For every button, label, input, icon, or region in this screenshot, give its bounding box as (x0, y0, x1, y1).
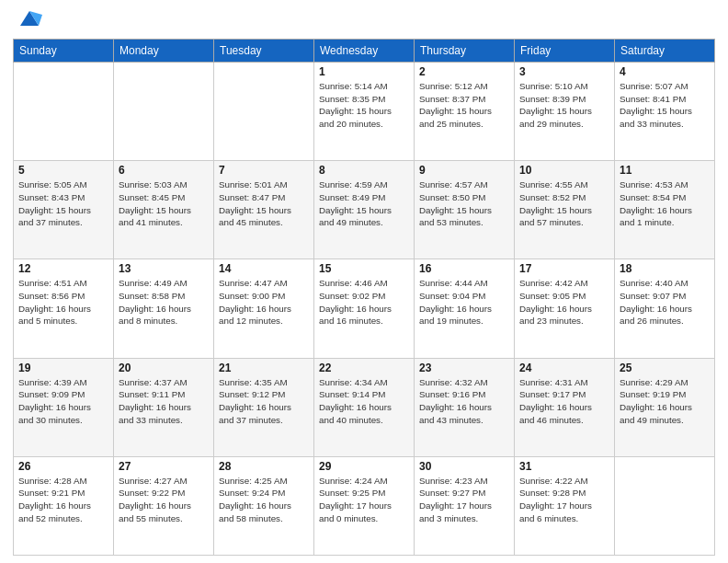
day-cell: 11Sunrise: 4:53 AM Sunset: 8:54 PM Dayli… (615, 161, 715, 259)
day-cell (214, 63, 314, 161)
day-cell: 15Sunrise: 4:46 AM Sunset: 9:02 PM Dayli… (314, 259, 415, 358)
weekday-header-tuesday: Tuesday (214, 40, 314, 63)
weekday-header-friday: Friday (515, 40, 615, 63)
day-number: 3 (519, 65, 609, 78)
day-number: 2 (419, 65, 509, 78)
day-cell: 6Sunrise: 5:03 AM Sunset: 8:45 PM Daylig… (114, 161, 214, 259)
day-number: 19 (18, 362, 108, 374)
day-info: Sunrise: 4:40 AM Sunset: 9:07 PM Dayligh… (620, 277, 710, 327)
week-row-3: 12Sunrise: 4:51 AM Sunset: 8:56 PM Dayli… (14, 259, 715, 358)
day-number: 16 (419, 262, 509, 275)
day-cell: 26Sunrise: 4:28 AM Sunset: 9:21 PM Dayli… (14, 456, 114, 555)
weekday-header-wednesday: Wednesday (314, 40, 415, 63)
day-cell: 5Sunrise: 5:05 AM Sunset: 8:43 PM Daylig… (14, 161, 114, 259)
day-info: Sunrise: 4:22 AM Sunset: 9:28 PM Dayligh… (519, 475, 609, 525)
day-number: 11 (620, 164, 710, 177)
day-info: Sunrise: 4:57 AM Sunset: 8:50 PM Dayligh… (419, 178, 509, 229)
day-number: 10 (519, 164, 609, 177)
day-info: Sunrise: 4:53 AM Sunset: 8:54 PM Dayligh… (620, 178, 710, 229)
day-info: Sunrise: 4:51 AM Sunset: 8:56 PM Dayligh… (18, 277, 108, 327)
day-number: 23 (419, 362, 509, 374)
day-cell: 20Sunrise: 4:37 AM Sunset: 9:11 PM Dayli… (114, 358, 214, 456)
day-info: Sunrise: 4:25 AM Sunset: 9:24 PM Dayligh… (219, 475, 309, 525)
day-info: Sunrise: 4:47 AM Sunset: 9:00 PM Dayligh… (219, 277, 309, 327)
logo-icon (17, 6, 42, 31)
day-cell: 25Sunrise: 4:29 AM Sunset: 9:19 PM Dayli… (615, 358, 715, 456)
day-number: 13 (119, 262, 209, 275)
day-info: Sunrise: 5:05 AM Sunset: 8:43 PM Dayligh… (18, 178, 108, 229)
day-cell: 16Sunrise: 4:44 AM Sunset: 9:04 PM Dayli… (415, 259, 515, 358)
day-number: 5 (18, 164, 108, 177)
day-number: 15 (319, 262, 409, 275)
day-number: 4 (620, 65, 710, 78)
day-info: Sunrise: 5:01 AM Sunset: 8:47 PM Dayligh… (219, 178, 309, 229)
day-number: 31 (519, 460, 609, 473)
day-info: Sunrise: 4:55 AM Sunset: 8:52 PM Dayligh… (519, 178, 609, 229)
day-cell (615, 456, 715, 555)
logo (13, 9, 42, 31)
day-number: 20 (119, 362, 209, 374)
day-cell: 30Sunrise: 4:23 AM Sunset: 9:27 PM Dayli… (415, 456, 515, 555)
week-row-5: 26Sunrise: 4:28 AM Sunset: 9:21 PM Dayli… (14, 456, 715, 555)
day-number: 7 (219, 164, 309, 177)
day-number: 21 (219, 362, 309, 374)
day-number: 8 (319, 164, 409, 177)
day-number: 26 (18, 460, 108, 473)
day-info: Sunrise: 5:12 AM Sunset: 8:37 PM Dayligh… (419, 80, 509, 131)
day-info: Sunrise: 4:31 AM Sunset: 9:17 PM Dayligh… (519, 376, 609, 427)
day-cell: 12Sunrise: 4:51 AM Sunset: 8:56 PM Dayli… (14, 259, 114, 358)
day-cell: 24Sunrise: 4:31 AM Sunset: 9:17 PM Dayli… (515, 358, 615, 456)
day-info: Sunrise: 4:28 AM Sunset: 9:21 PM Dayligh… (18, 475, 108, 525)
header (13, 9, 715, 31)
weekday-header-monday: Monday (114, 40, 214, 63)
day-number: 22 (319, 362, 409, 374)
day-info: Sunrise: 4:49 AM Sunset: 8:58 PM Dayligh… (119, 277, 209, 327)
day-number: 27 (119, 460, 209, 473)
day-cell: 14Sunrise: 4:47 AM Sunset: 9:00 PM Dayli… (214, 259, 314, 358)
day-cell: 9Sunrise: 4:57 AM Sunset: 8:50 PM Daylig… (415, 161, 515, 259)
day-info: Sunrise: 4:29 AM Sunset: 9:19 PM Dayligh… (620, 376, 710, 427)
day-info: Sunrise: 4:24 AM Sunset: 9:25 PM Dayligh… (319, 475, 409, 525)
day-cell: 28Sunrise: 4:25 AM Sunset: 9:24 PM Dayli… (214, 456, 314, 555)
day-cell: 19Sunrise: 4:39 AM Sunset: 9:09 PM Dayli… (14, 358, 114, 456)
day-cell: 22Sunrise: 4:34 AM Sunset: 9:14 PM Dayli… (314, 358, 415, 456)
day-info: Sunrise: 4:37 AM Sunset: 9:11 PM Dayligh… (119, 376, 209, 427)
day-info: Sunrise: 4:46 AM Sunset: 9:02 PM Dayligh… (319, 277, 409, 327)
day-info: Sunrise: 4:42 AM Sunset: 9:05 PM Dayligh… (519, 277, 609, 327)
weekday-header-saturday: Saturday (615, 40, 715, 63)
day-cell: 17Sunrise: 4:42 AM Sunset: 9:05 PM Dayli… (515, 259, 615, 358)
day-cell: 2Sunrise: 5:12 AM Sunset: 8:37 PM Daylig… (415, 63, 515, 161)
day-number: 24 (519, 362, 609, 374)
day-cell: 29Sunrise: 4:24 AM Sunset: 9:25 PM Dayli… (314, 456, 415, 555)
day-info: Sunrise: 4:23 AM Sunset: 9:27 PM Dayligh… (419, 475, 509, 525)
day-cell (14, 63, 114, 161)
day-cell: 23Sunrise: 4:32 AM Sunset: 9:16 PM Dayli… (415, 358, 515, 456)
day-cell: 1Sunrise: 5:14 AM Sunset: 8:35 PM Daylig… (314, 63, 415, 161)
day-cell: 18Sunrise: 4:40 AM Sunset: 9:07 PM Dayli… (615, 259, 715, 358)
day-number: 28 (219, 460, 309, 473)
day-cell: 21Sunrise: 4:35 AM Sunset: 9:12 PM Dayli… (214, 358, 314, 456)
day-number: 6 (119, 164, 209, 177)
day-cell: 31Sunrise: 4:22 AM Sunset: 9:28 PM Dayli… (515, 456, 615, 555)
day-cell: 13Sunrise: 4:49 AM Sunset: 8:58 PM Dayli… (114, 259, 214, 358)
day-info: Sunrise: 4:27 AM Sunset: 9:22 PM Dayligh… (119, 475, 209, 525)
day-info: Sunrise: 5:03 AM Sunset: 8:45 PM Dayligh… (119, 178, 209, 229)
week-row-1: 1Sunrise: 5:14 AM Sunset: 8:35 PM Daylig… (14, 63, 715, 161)
day-number: 30 (419, 460, 509, 473)
weekday-header-row: SundayMondayTuesdayWednesdayThursdayFrid… (14, 40, 715, 63)
day-number: 29 (319, 460, 409, 473)
day-number: 25 (620, 362, 710, 374)
day-number: 9 (419, 164, 509, 177)
page: SundayMondayTuesdayWednesdayThursdayFrid… (0, 0, 728, 563)
day-cell (114, 63, 214, 161)
day-info: Sunrise: 5:14 AM Sunset: 8:35 PM Dayligh… (319, 80, 409, 131)
day-cell: 7Sunrise: 5:01 AM Sunset: 8:47 PM Daylig… (214, 161, 314, 259)
day-number: 14 (219, 262, 309, 275)
day-number: 12 (18, 262, 108, 275)
weekday-header-sunday: Sunday (14, 40, 114, 63)
day-info: Sunrise: 4:34 AM Sunset: 9:14 PM Dayligh… (319, 376, 409, 427)
day-info: Sunrise: 4:59 AM Sunset: 8:49 PM Dayligh… (319, 178, 409, 229)
day-number: 1 (319, 65, 409, 78)
day-number: 18 (620, 262, 710, 275)
day-info: Sunrise: 4:39 AM Sunset: 9:09 PM Dayligh… (18, 376, 108, 427)
